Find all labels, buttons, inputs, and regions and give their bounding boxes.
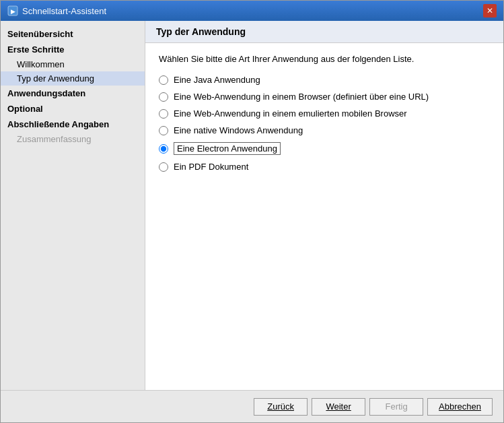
radio-label-web-mobile: Eine Web-Anwendung in einem emulierten m… xyxy=(174,108,407,119)
dialog-footer: Zurück Weiter Fertig Abbrechen xyxy=(1,390,503,422)
main-content: Typ der Anwendung Wählen Sie bitte die A… xyxy=(145,21,503,390)
radio-pdf[interactable] xyxy=(159,162,168,172)
finish-button[interactable]: Fertig xyxy=(369,398,423,416)
sidebar-item-willkommen[interactable]: Willkommen xyxy=(1,57,145,71)
sidebar: Seitenübersicht Erste Schritte Willkomme… xyxy=(1,21,145,390)
cancel-button[interactable]: Abbrechen xyxy=(427,398,493,416)
title-bar: ▶ Schnellstart-Assistent ✕ xyxy=(1,1,503,21)
radio-option-web-browser[interactable]: Eine Web-Anwendung in einem Browser (def… xyxy=(159,92,490,102)
radio-java[interactable] xyxy=(159,75,168,85)
radio-option-web-mobile[interactable]: Eine Web-Anwendung in einem emulierten m… xyxy=(159,108,490,119)
content-body: Wählen Sie bitte die Art Ihrer Anwendung… xyxy=(145,43,503,390)
svg-text:▶: ▶ xyxy=(11,8,15,15)
radio-option-pdf[interactable]: Ein PDF Dokument xyxy=(159,162,490,172)
radio-electron[interactable] xyxy=(159,144,168,154)
radio-label-java: Eine Java Anwendung xyxy=(174,75,260,85)
content-description: Wählen Sie bitte die Art Ihrer Anwendung… xyxy=(159,54,490,64)
radio-web-browser[interactable] xyxy=(159,92,168,102)
sidebar-heading: Seitenübersicht xyxy=(1,26,145,42)
sidebar-section-erste-schritte: Erste Schritte xyxy=(1,42,145,57)
radio-label-native-windows: Eine native Windows Anwendung xyxy=(174,125,303,135)
dialog-body: Seitenübersicht Erste Schritte Willkomme… xyxy=(1,21,503,390)
close-button[interactable]: ✕ xyxy=(483,4,497,18)
app-icon: ▶ xyxy=(7,5,18,16)
content-header: Typ der Anwendung xyxy=(145,21,503,43)
content-header-title: Typ der Anwendung xyxy=(156,26,493,37)
radio-label-web-browser: Eine Web-Anwendung in einem Browser (def… xyxy=(174,92,429,102)
next-button[interactable]: Weiter xyxy=(312,398,365,416)
sidebar-section-optional: Optional xyxy=(1,101,145,117)
back-button[interactable]: Zurück xyxy=(254,398,308,416)
sidebar-section-anwendungsdaten: Anwendungsdaten xyxy=(1,86,145,101)
radio-option-java[interactable]: Eine Java Anwendung xyxy=(159,75,490,85)
sidebar-item-typ-der-anwendung[interactable]: Typ der Anwendung xyxy=(1,71,145,86)
radio-label-pdf: Ein PDF Dokument xyxy=(174,162,248,172)
sidebar-section-abschliessende-angaben: Abschließende Angaben xyxy=(1,117,145,132)
radio-option-native-windows[interactable]: Eine native Windows Anwendung xyxy=(159,125,490,135)
title-text: Schnellstart-Assistent xyxy=(22,6,106,16)
radio-label-electron: Eine Electron Anwendung xyxy=(174,142,281,155)
dialog-window: ▶ Schnellstart-Assistent ✕ Seitenübersic… xyxy=(0,0,504,423)
radio-option-electron[interactable]: Eine Electron Anwendung xyxy=(159,142,490,155)
sidebar-item-zusammenfassung: Zusammenfassung xyxy=(1,132,145,146)
radio-native-windows[interactable] xyxy=(159,126,168,135)
radio-web-mobile[interactable] xyxy=(159,109,168,119)
